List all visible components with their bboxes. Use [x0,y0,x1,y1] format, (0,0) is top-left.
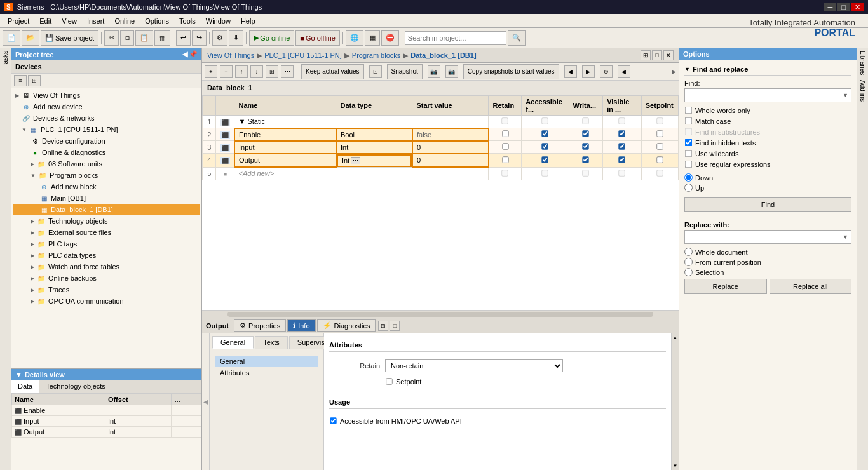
replace-input-field[interactable] [688,233,836,241]
bc-max-btn[interactable]: □ [652,50,662,60]
accessible-checkbox[interactable] [330,417,336,424]
db-expand-all[interactable]: ⊞ [266,65,278,78]
menu-tools[interactable]: Tools [174,16,201,26]
tab-data[interactable]: Data [11,380,39,393]
whole-words-checkbox[interactable] [685,107,693,114]
tab-tech-objects[interactable]: Technology objects [39,380,112,393]
cell-retain[interactable] [489,167,522,180]
radio-down[interactable] [684,173,693,182]
menu-edit[interactable]: Edit [34,16,57,26]
redo-btn[interactable]: ↪ [192,30,207,46]
cell-accessible[interactable] [522,154,569,168]
cpu-btn[interactable]: ▦ [365,30,380,46]
bc-close-btn[interactable]: ✕ [663,50,674,60]
db-tool-extra5[interactable]: ◀ [618,65,630,78]
output-max-btn[interactable]: □ [390,321,400,331]
tree-item-watch-tables[interactable]: ▶ 📁 Watch and force tables [13,261,200,272]
scroll-up-btn[interactable]: ▲ [673,335,678,340]
search-btn[interactable]: 🔍 [508,30,526,46]
cell-name[interactable]: Enable [234,128,336,141]
network-btn[interactable]: 🌐 [346,30,363,46]
use-wildcards-checkbox[interactable] [685,150,693,158]
tree-item-add-device[interactable]: ⊕ Add new device [13,101,200,112]
open-btn[interactable]: 📂 [22,30,39,46]
radio-up[interactable] [684,184,693,192]
menu-window[interactable]: Window [201,16,236,26]
left-tab-attributes[interactable]: Attributes [215,367,318,379]
cell-setpoint[interactable] [641,116,678,128]
replace-button[interactable]: Replace [684,279,767,294]
addins-label[interactable]: Add-ins [858,77,867,104]
tree-item-add-block[interactable]: ⊕ Add new block [13,181,200,192]
output-restore-btn[interactable]: ⊞ [378,321,388,331]
cell-setpoint[interactable] [641,167,678,180]
section-chevron[interactable]: ▼ [684,66,690,72]
keep-actual-btn[interactable]: Keep actual values [301,64,364,79]
tree-tool-grid[interactable]: ⊞ [28,75,41,86]
db-tool-cam1[interactable]: 📷 [428,65,440,78]
cell-retain[interactable] [489,154,522,168]
go-offline-btn[interactable]: ■ Go offline [295,30,340,46]
tree-item-data-block[interactable]: ▦ Data_block_1 [DB1] [13,204,200,215]
db-tool-cam2[interactable]: 📷 [445,65,458,78]
setpoint-checkbox[interactable] [386,378,392,384]
tree-item-traces[interactable]: ▶ 📁 Traces [13,284,200,295]
find-dropdown-btn[interactable]: ▼ [843,92,848,98]
tree-item-main-ob1[interactable]: ▦ Main [OB1] [13,192,200,204]
tree-item-program-blocks[interactable]: ▼ 📁 Program blocks [13,170,200,181]
menu-help[interactable]: Help [236,16,261,26]
find-substructures-checkbox[interactable] [685,128,693,136]
cell-dtype[interactable]: Int ⋯ [337,154,412,167]
left-tab-general[interactable]: General [215,356,318,367]
radio-selection[interactable] [684,268,693,276]
tree-item-device-config[interactable]: ⚙ Device configuration [13,135,200,147]
tree-item-root[interactable]: ▶ 🖥 View Of Things [13,90,200,101]
replace-all-button[interactable]: Replace all [770,279,852,294]
cell-visible[interactable] [603,116,642,128]
tree-item-software-units[interactable]: ▶ 📁 08 Software units [13,158,200,170]
cell-start[interactable]: 0 [412,154,489,168]
tree-expand-btn[interactable]: ◀ [182,50,187,58]
tab-info-btn[interactable]: ℹ Info [287,319,315,332]
menu-options[interactable]: Options [140,16,174,26]
compile-btn[interactable]: ⚙ [212,30,227,46]
replace-dropdown-btn[interactable]: ▼ [843,234,848,240]
horizontal-scrollbar[interactable] [202,310,679,318]
cell-start[interactable]: 0 [412,141,489,154]
global-search-input[interactable] [405,31,506,45]
tab-properties-btn[interactable]: ⚙ Properties [234,319,286,332]
db-move-down[interactable]: ↓ [250,65,263,78]
tree-item-opc-ua[interactable]: ▶ 📁 OPC UA communication [13,295,200,307]
bc-restore-btn[interactable]: ⊞ [641,50,651,60]
db-tool-extra1[interactable]: ⊡ [369,65,382,78]
maximize-btn[interactable]: □ [837,3,850,11]
undo-btn[interactable]: ↩ [176,30,191,46]
cell-setpoint[interactable] [641,128,678,141]
snapshot-btn[interactable]: Snapshot [387,64,423,79]
copy-snapshots-btn[interactable]: Copy snapshots to start values [463,64,559,79]
radio-whole-doc[interactable] [684,248,693,256]
cell-setpoint[interactable] [641,141,678,154]
tree-item-devices-networks[interactable]: 🔗 Devices & networks [13,112,200,124]
cell-retain[interactable] [489,116,522,128]
cut-btn[interactable]: ✂ [104,30,119,46]
tree-pin-btn[interactable]: 📌 [189,50,198,58]
copy-btn[interactable]: ⧉ [120,30,134,46]
cell-writable[interactable] [569,116,603,128]
libraries-label[interactable]: Libraries [858,48,867,77]
tree-item-external-sources[interactable]: ▶ 📁 External source files [13,227,200,238]
tree-item-tech-objects[interactable]: ▶ 📁 Technology objects [13,215,200,227]
cell-name[interactable]: ▼ Static [234,116,336,128]
use-regex-checkbox[interactable] [685,161,693,168]
find-hidden-checkbox[interactable] [685,139,693,147]
tasks-label[interactable]: Tasks [1,48,10,70]
cell-accessible[interactable] [522,128,569,141]
cell-accessible[interactable] [522,167,569,180]
tree-item-plc1[interactable]: ▼ ▦ PLC_1 [CPU 1511-1 PN] [13,124,200,135]
cell-visible[interactable] [603,128,642,141]
menu-project[interactable]: Project [3,16,34,26]
db-add-row[interactable]: + [205,65,217,78]
tree-tool-list[interactable]: ≡ [14,75,27,86]
find-input-field[interactable] [688,91,836,99]
tree-item-plc-data-types[interactable]: ▶ 📁 PLC data types [13,250,200,261]
